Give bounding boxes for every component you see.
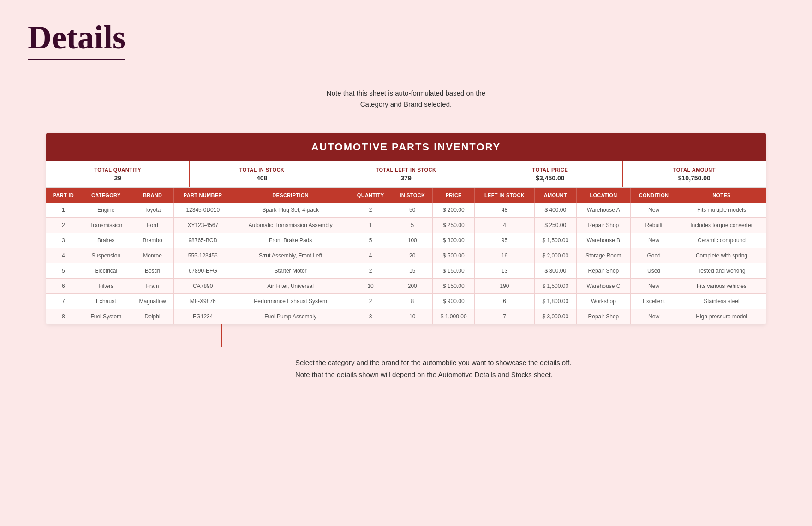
cell-0-10: Warehouse A	[576, 203, 631, 218]
cell-6-9: $ 1,800.00	[534, 294, 576, 309]
col-header-7: PRICE	[433, 188, 475, 203]
cell-1-10: Repair Shop	[576, 218, 631, 233]
cell-7-3: FG1234	[174, 309, 232, 324]
cell-0-11: New	[631, 203, 677, 218]
cell-2-7: $ 300.00	[433, 233, 475, 248]
cell-5-5: 10	[349, 279, 392, 294]
cell-0-6: 50	[392, 203, 433, 218]
cell-3-0: 4	[46, 248, 81, 263]
cell-1-0: 2	[46, 218, 81, 233]
cell-5-1: Filters	[81, 279, 131, 294]
cell-7-9: $ 3,000.00	[534, 309, 576, 324]
inventory-title: AUTOMOTIVE PARTS INVENTORY	[46, 133, 766, 161]
total-in-stock-value: 408	[194, 174, 329, 182]
cell-2-10: Warehouse B	[576, 233, 631, 248]
inventory-table-wrapper: AUTOMOTIVE PARTS INVENTORY TOTAL QUANTIT…	[46, 133, 766, 324]
cell-6-12: Stainless steel	[677, 294, 766, 309]
cell-7-2: Delphi	[131, 309, 173, 324]
table-row: 3BrakesBrembo98765-BCDFront Brake Pads51…	[46, 233, 766, 248]
cell-6-5: 2	[349, 294, 392, 309]
total-price-label: TOTAL PRICE	[482, 167, 618, 173]
cell-4-12: Tested and working	[677, 263, 766, 279]
cell-5-8: 190	[475, 279, 535, 294]
cell-7-1: Fuel System	[81, 309, 131, 324]
table-row: 1EngineToyota12345-0D010Spark Plug Set, …	[46, 203, 766, 218]
cell-3-10: Storage Room	[576, 248, 631, 263]
note-top: Note that this sheet is auto-formulated …	[327, 88, 485, 110]
table-body: 1EngineToyota12345-0D010Spark Plug Set, …	[46, 203, 766, 324]
connector-line-top	[406, 114, 406, 133]
cell-4-1: Electrical	[81, 263, 131, 279]
cell-1-3: XY123-4567	[174, 218, 232, 233]
cell-4-3: 67890-EFG	[174, 263, 232, 279]
summary-total-quantity: TOTAL QUANTITY 29	[46, 161, 190, 187]
cell-1-6: 5	[392, 218, 433, 233]
summary-row: TOTAL QUANTITY 29 TOTAL IN STOCK 408 TOT…	[46, 161, 766, 188]
cell-4-5: 2	[349, 263, 392, 279]
total-in-stock-label: TOTAL IN STOCK	[194, 167, 329, 173]
cell-2-12: Ceramic compound	[677, 233, 766, 248]
cell-6-10: Workshop	[576, 294, 631, 309]
table-row: 8Fuel SystemDelphiFG1234Fuel Pump Assemb…	[46, 309, 766, 324]
cell-3-2: Monroe	[131, 248, 173, 263]
cell-2-0: 3	[46, 233, 81, 248]
cell-2-6: 100	[392, 233, 433, 248]
cell-1-12: Includes torque converter	[677, 218, 766, 233]
cell-7-10: Repair Shop	[576, 309, 631, 324]
bottom-section: Select the category and the brand for th…	[83, 347, 784, 380]
table-row: 5ElectricalBosch67890-EFGStarter Motor21…	[46, 263, 766, 279]
cell-4-10: Repair Shop	[576, 263, 631, 279]
cell-5-12: Fits various vehicles	[677, 279, 766, 294]
table-row: 2TransmissionFordXY123-4567Automatic Tra…	[46, 218, 766, 233]
cell-1-5: 1	[349, 218, 392, 233]
cell-5-7: $ 150.00	[433, 279, 475, 294]
cell-1-4: Automatic Transmission Assembly	[232, 218, 349, 233]
cell-7-0: 8	[46, 309, 81, 324]
cell-6-1: Exhaust	[81, 294, 131, 309]
cell-7-7: $ 1,000.00	[433, 309, 475, 324]
cell-1-7: $ 250.00	[433, 218, 475, 233]
summary-total-in-stock: TOTAL IN STOCK 408	[190, 161, 334, 187]
cell-5-4: Air Filter, Universal	[232, 279, 349, 294]
cell-5-9: $ 1,500.00	[534, 279, 576, 294]
total-quantity-value: 29	[50, 174, 185, 182]
cell-4-8: 13	[475, 263, 535, 279]
total-left-value: 379	[338, 174, 474, 182]
cell-6-7: $ 900.00	[433, 294, 475, 309]
cell-2-3: 98765-BCD	[174, 233, 232, 248]
cell-0-5: 2	[349, 203, 392, 218]
total-amount-value: $10,750.00	[627, 174, 762, 182]
cell-3-4: Strut Assembly, Front Left	[232, 248, 349, 263]
cell-0-1: Engine	[81, 203, 131, 218]
cell-4-6: 15	[392, 263, 433, 279]
cell-2-8: 95	[475, 233, 535, 248]
bottom-connector-wrapper	[46, 324, 766, 347]
col-header-6: IN STOCK	[392, 188, 433, 203]
cell-0-7: $ 200.00	[433, 203, 475, 218]
cell-4-11: Used	[631, 263, 677, 279]
total-quantity-label: TOTAL QUANTITY	[50, 167, 185, 173]
cell-7-6: 10	[392, 309, 433, 324]
table-row: 6FiltersFramCA7890Air Filter, Universal1…	[46, 279, 766, 294]
cell-3-3: 555-123456	[174, 248, 232, 263]
cell-6-0: 7	[46, 294, 81, 309]
cell-5-0: 6	[46, 279, 81, 294]
summary-total-amount: TOTAL AMOUNT $10,750.00	[623, 161, 766, 187]
cell-2-2: Brembo	[131, 233, 173, 248]
cell-6-6: 8	[392, 294, 433, 309]
cell-5-10: Warehouse C	[576, 279, 631, 294]
cell-3-7: $ 500.00	[433, 248, 475, 263]
cell-0-8: 48	[475, 203, 535, 218]
cell-0-4: Spark Plug Set, 4-pack	[232, 203, 349, 218]
cell-7-5: 3	[349, 309, 392, 324]
col-header-1: CATEGORY	[81, 188, 131, 203]
cell-4-4: Starter Motor	[232, 263, 349, 279]
cell-0-2: Toyota	[131, 203, 173, 218]
cell-5-3: CA7890	[174, 279, 232, 294]
page-title: Details	[28, 18, 125, 60]
cell-4-7: $ 150.00	[433, 263, 475, 279]
col-header-10: LOCATION	[576, 188, 631, 203]
note-bottom: Select the category and the brand for th…	[295, 357, 572, 380]
cell-6-11: Excellent	[631, 294, 677, 309]
cell-3-5: 4	[349, 248, 392, 263]
